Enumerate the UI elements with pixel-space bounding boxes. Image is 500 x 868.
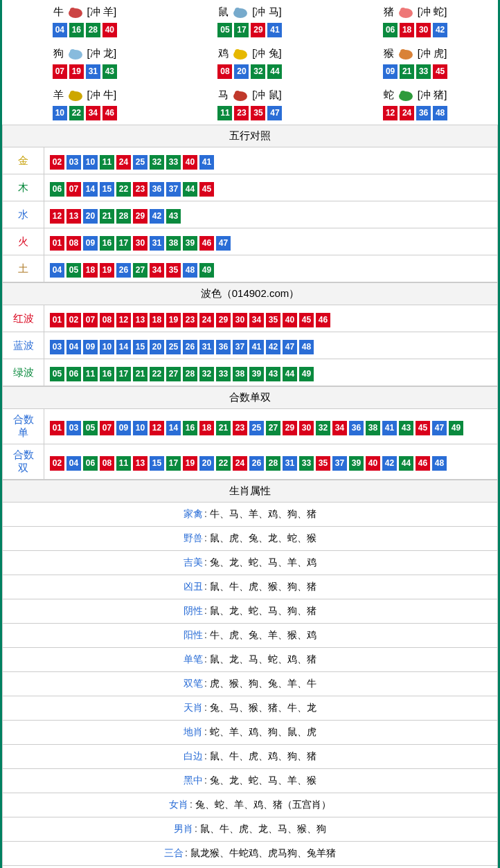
number-box: 17 bbox=[116, 236, 131, 251]
number-box: 30 bbox=[416, 23, 431, 37]
number-box: 45 bbox=[433, 64, 447, 79]
number-box: 16 bbox=[183, 421, 197, 435]
number-box: 02 bbox=[50, 155, 64, 170]
attr-key: 女肖 bbox=[169, 799, 188, 810]
attr-row: 单笔: 鼠、龙、马、蛇、鸡、猪 bbox=[3, 648, 498, 672]
number-box: 36 bbox=[416, 106, 431, 120]
number-box: 16 bbox=[69, 23, 84, 37]
number-box: 06 bbox=[66, 367, 81, 381]
wuxing-label: 土 bbox=[3, 255, 44, 282]
zodiac-clash: [冲 猪] bbox=[418, 89, 447, 102]
zodiac-cell: 猴[冲 虎]09213345 bbox=[332, 42, 498, 83]
number-box: 23 bbox=[234, 106, 249, 120]
zodiac-name: 羊 bbox=[53, 89, 64, 102]
attr-row: 吉美: 兔、龙、蛇、马、羊、鸡 bbox=[3, 551, 498, 575]
attr-row: 天肖: 兔、马、猴、猪、牛、龙 bbox=[3, 696, 498, 721]
number-box: 40 bbox=[283, 313, 297, 327]
number-box: 27 bbox=[266, 421, 280, 435]
svg-point-7 bbox=[70, 49, 75, 55]
number-box: 01 bbox=[50, 313, 64, 327]
attr-cell: 双笔: 虎、猴、狗、兔、羊、牛 bbox=[3, 672, 498, 696]
number-box: 26 bbox=[183, 340, 197, 354]
number-box: 32 bbox=[251, 64, 265, 79]
number-box: 42 bbox=[433, 23, 447, 37]
attr-cell: 阴性: 鼠、龙、蛇、马、狗、猪 bbox=[3, 599, 498, 624]
zodiac-clash: [冲 兔] bbox=[252, 47, 282, 60]
number-box: 34 bbox=[150, 263, 164, 278]
number-box: 18 bbox=[400, 23, 414, 37]
zodiac-name: 鼠 bbox=[218, 6, 229, 19]
attr-key: 阴性 bbox=[184, 605, 203, 616]
attrs-table: 生肖属性 家禽: 牛、马、羊、鸡、狗、猪野兽: 鼠、虎、兔、龙、蛇、猴吉美: 兔… bbox=[2, 480, 498, 868]
number-box: 04 bbox=[53, 23, 67, 37]
attr-value: 鼠、龙、蛇、马、狗、猪 bbox=[210, 605, 316, 616]
number-box: 06 bbox=[50, 182, 64, 197]
number-box: 22 bbox=[216, 456, 231, 471]
wuxing-header: 五行对照 bbox=[3, 125, 498, 147]
attr-cell: 白边: 鼠、牛、虎、鸡、狗、猪 bbox=[3, 745, 498, 769]
zodiac-name-row: 狗[冲 龙] bbox=[53, 46, 117, 61]
number-box: 40 bbox=[183, 155, 197, 170]
number-box: 38 bbox=[366, 421, 380, 435]
attr-sep: : bbox=[204, 678, 210, 689]
zodiac-icon bbox=[65, 87, 86, 102]
zodiac-nums: 12243648 bbox=[383, 106, 447, 120]
zodiac-name-row: 猴[冲 虎] bbox=[384, 46, 447, 61]
number-box: 22 bbox=[150, 367, 164, 381]
zodiac-nums: 06183042 bbox=[383, 23, 447, 37]
number-box: 09 bbox=[383, 64, 398, 79]
zodiac-cell: 狗[冲 龙]07193143 bbox=[2, 42, 168, 83]
attr-cell: 女肖: 兔、蛇、羊、鸡、猪（五宫肖） bbox=[3, 793, 498, 817]
bose-nums: 03040910141520252631363741424748 bbox=[44, 332, 498, 359]
number-box: 40 bbox=[366, 456, 380, 471]
number-box: 39 bbox=[183, 236, 197, 251]
attr-sep: : bbox=[204, 702, 210, 713]
attr-key: 地肖 bbox=[184, 726, 203, 737]
bose-nums: 0102070812131819232429303435404546 bbox=[44, 305, 498, 332]
attr-cell: 天肖: 兔、马、猴、猪、牛、龙 bbox=[3, 696, 498, 721]
number-box: 11 bbox=[217, 106, 232, 120]
attr-sep: : bbox=[195, 823, 200, 834]
zodiac-cell: 蛇[冲 猪]12243648 bbox=[332, 83, 498, 125]
zodiac-icon bbox=[395, 46, 416, 61]
number-box: 27 bbox=[133, 263, 148, 278]
zodiac-name: 猴 bbox=[384, 47, 394, 60]
attr-sep: : bbox=[204, 605, 210, 616]
zodiac-name-row: 鸡[冲 兔] bbox=[218, 46, 282, 61]
number-box: 05 bbox=[217, 23, 232, 37]
wuxing-row: 金02031011242532334041 bbox=[3, 147, 498, 174]
number-box: 35 bbox=[166, 263, 181, 278]
attrs-header-row: 生肖属性 bbox=[3, 480, 498, 503]
zodiac-nums: 07193143 bbox=[53, 64, 117, 79]
attr-cell: 阳性: 牛、虎、兔、羊、猴、鸡 bbox=[3, 624, 498, 648]
number-box: 43 bbox=[102, 64, 117, 79]
number-box: 06 bbox=[383, 23, 398, 37]
attr-value: 兔、龙、蛇、马、羊、猴 bbox=[210, 775, 316, 786]
heshu-row: 合数单0103050709101214161821232527293032343… bbox=[3, 409, 498, 444]
heshu-row: 合数双0204060811131517192022242628313335373… bbox=[3, 444, 498, 480]
attr-row: 男肖: 鼠、牛、虎、龙、马、猴、狗 bbox=[3, 817, 498, 842]
heshu-nums: 0204060811131517192022242628313335373940… bbox=[44, 444, 498, 480]
number-box: 37 bbox=[166, 182, 181, 197]
number-box: 25 bbox=[166, 340, 181, 354]
zodiac-nums: 10223446 bbox=[53, 106, 117, 120]
number-box: 03 bbox=[50, 340, 64, 354]
wuxing-row: 木06071415222336374445 bbox=[3, 174, 498, 201]
attr-cell: 凶丑: 鼠、牛、虎、猴、狗、猪 bbox=[3, 575, 498, 599]
attr-value: 鼠、龙、马、蛇、鸡、猪 bbox=[210, 653, 316, 664]
number-box: 25 bbox=[249, 421, 264, 435]
number-box: 46 bbox=[199, 236, 214, 251]
number-box: 13 bbox=[133, 456, 148, 471]
number-box: 06 bbox=[83, 456, 98, 471]
attr-value: 牛、虎、兔、羊、猴、鸡 bbox=[210, 629, 316, 640]
number-box: 18 bbox=[150, 313, 164, 327]
attr-sep: : bbox=[204, 508, 210, 519]
zodiac-name-row: 猪[冲 蛇] bbox=[384, 4, 447, 19]
number-box: 47 bbox=[283, 340, 297, 354]
number-box: 16 bbox=[100, 367, 114, 381]
zodiac-icon bbox=[395, 87, 416, 102]
number-box: 43 bbox=[166, 209, 181, 224]
number-box: 28 bbox=[116, 209, 131, 224]
number-box: 29 bbox=[133, 209, 148, 224]
number-box: 10 bbox=[100, 340, 114, 354]
